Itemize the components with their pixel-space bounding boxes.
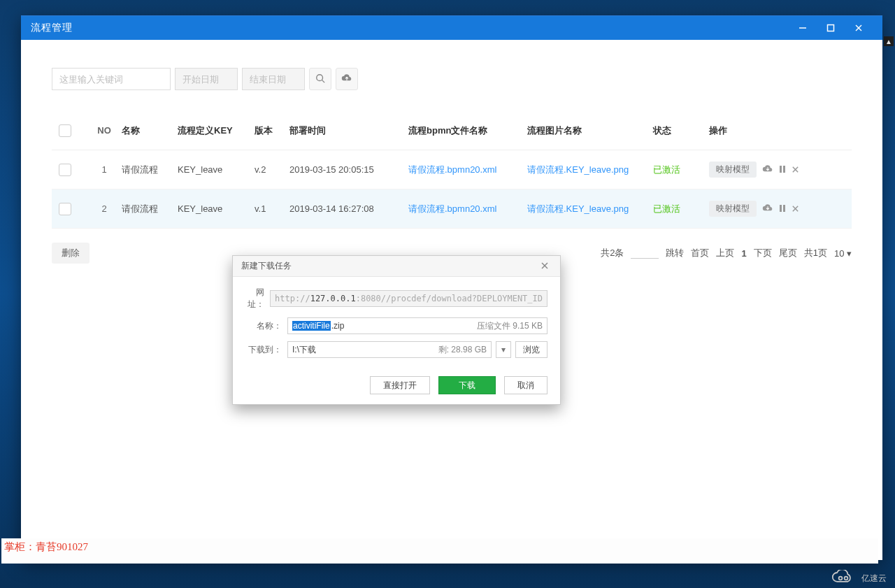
pager-current: 1 [741, 248, 746, 259]
url-label: 网址： [245, 287, 270, 310]
url-rest: :8080//procdef/download?DEPLOYMENT_ID [356, 294, 543, 303]
col-op: 操作 [709, 124, 845, 137]
filename-selected: activitiFile [292, 321, 331, 331]
cloud-download-icon[interactable] [762, 203, 773, 215]
path-dropdown-button[interactable]: ▾ [496, 341, 511, 358]
search-button[interactable] [309, 68, 331, 90]
window-maximize-button[interactable] [817, 16, 845, 40]
pager-first[interactable]: 首页 [691, 247, 709, 259]
col-time: 部署时间 [289, 124, 408, 137]
pager-size-select[interactable]: 10 ▾ [834, 248, 852, 259]
col-name: 名称 [122, 124, 178, 137]
pause-icon[interactable] [779, 164, 786, 175]
url-field[interactable]: http://127.0.0.1:8080//procdef/download?… [270, 290, 547, 307]
cell-name: 请假流程 [122, 164, 178, 176]
map-model-button[interactable]: 映射模型 [709, 162, 757, 178]
process-table: NO 名称 流程定义KEY 版本 部署时间 流程bpmn文件名称 流程图片名称 … [52, 111, 852, 229]
filesize-label: 压缩文件 9.15 KB [477, 320, 543, 332]
cell-name: 请假流程 [122, 203, 178, 215]
window-title: 流程管理 [31, 22, 789, 34]
cancel-button[interactable]: 取消 [504, 376, 547, 394]
path-value: I:\下载 [292, 344, 438, 356]
delete-icon[interactable] [792, 164, 799, 175]
row-checkbox[interactable] [59, 203, 71, 215]
filter-toolbar [52, 68, 852, 90]
image-link[interactable]: 请假流程.KEY_leave.png [527, 203, 629, 214]
url-part: http:// [275, 294, 310, 303]
cloud-download-icon[interactable] [762, 164, 773, 175]
scroll-indicator-up: ▲ [884, 36, 894, 46]
watermark: 亿速云 [829, 570, 887, 587]
path-freespace: 剩: 28.98 GB [438, 344, 487, 356]
cell-time: 2019-03-15 20:05:15 [289, 164, 408, 175]
svg-rect-10 [780, 205, 782, 212]
col-no: NO [87, 125, 122, 136]
window-minimize-button[interactable] [789, 16, 817, 40]
col-stat: 状态 [653, 124, 709, 137]
pause-icon[interactable] [779, 203, 786, 215]
col-key: 流程定义KEY [178, 124, 255, 137]
pager-total: 共2条 [601, 247, 624, 259]
path-label: 下载到： [245, 344, 287, 356]
start-date-input[interactable] [175, 68, 238, 90]
image-link[interactable]: 请假流程.KEY_leave.png [527, 164, 629, 175]
end-date-input[interactable] [242, 68, 305, 90]
path-field[interactable]: I:\下载 剩: 28.98 GB [287, 341, 492, 358]
cell-ver: v.2 [255, 164, 289, 175]
url-host: 127.0.0.1 [310, 294, 356, 303]
cell-ver: v.1 [255, 203, 289, 214]
map-model-button[interactable]: 映射模型 [709, 201, 757, 217]
pager-next[interactable]: 下页 [754, 247, 772, 259]
pagination: 共2条 跳转 首页 上页 1 下页 尾页 共1页 10 ▾ [601, 247, 852, 259]
page-jump-input[interactable] [631, 248, 659, 259]
dialog-footer: 直接打开 下载 取消 [233, 369, 560, 404]
pager-pages: 共1页 [804, 247, 827, 259]
pager-last[interactable]: 尾页 [779, 247, 797, 259]
svg-point-4 [317, 74, 323, 80]
pager-jump[interactable]: 跳转 [666, 247, 684, 259]
bpmn-link[interactable]: 请假流程.bpmn20.xml [408, 164, 496, 175]
upload-button[interactable] [336, 68, 358, 90]
bpmn-link[interactable]: 请假流程.bpmn20.xml [408, 203, 496, 214]
svg-point-17 [845, 577, 848, 580]
svg-point-16 [839, 577, 843, 580]
col-bpmn: 流程bpmn文件名称 [408, 124, 527, 137]
table-header: NO 名称 流程定义KEY 版本 部署时间 流程bpmn文件名称 流程图片名称 … [52, 111, 852, 150]
open-directly-button[interactable]: 直接打开 [370, 376, 430, 394]
download-button[interactable]: 下载 [438, 376, 496, 394]
dialog-close-button[interactable] [538, 261, 552, 272]
cell-key: KEY_leave [178, 164, 255, 175]
col-img: 流程图片名称 [527, 124, 653, 137]
col-ver: 版本 [255, 124, 289, 137]
filename-field[interactable]: activitiFile .zip 压缩文件 9.15 KB [287, 317, 547, 334]
browse-button[interactable]: 浏览 [515, 341, 547, 358]
cell-time: 2019-03-14 16:27:08 [289, 203, 408, 214]
dialog-header: 新建下载任务 [233, 256, 560, 277]
cell-no: 1 [87, 164, 122, 175]
filename-ext: .zip [331, 321, 345, 331]
download-dialog: 新建下载任务 网址： http://127.0.0.1:8080//procde… [232, 255, 561, 405]
delete-icon[interactable] [792, 203, 799, 215]
keyword-input[interactable] [52, 68, 171, 90]
table-row: 1 请假流程 KEY_leave v.2 2019-03-15 20:05:15… [52, 150, 852, 189]
cell-key: KEY_leave [178, 203, 255, 214]
select-all-checkbox[interactable] [59, 124, 71, 137]
table-row: 2 请假流程 KEY_leave v.1 2019-03-14 16:27:08… [52, 189, 852, 229]
batch-delete-button[interactable]: 删除 [52, 243, 90, 264]
pager-prev[interactable]: 上页 [716, 247, 734, 259]
svg-rect-7 [783, 166, 785, 173]
window-close-button[interactable] [845, 16, 873, 40]
status-badge: 已激活 [653, 164, 680, 175]
svg-rect-11 [783, 205, 785, 212]
author-signature: 掌柜：青苔901027 [1, 538, 878, 564]
watermark-text: 亿速云 [861, 573, 887, 585]
search-icon [315, 73, 325, 85]
name-label: 名称： [245, 320, 287, 332]
svg-line-5 [322, 80, 325, 83]
svg-rect-1 [828, 25, 834, 31]
row-checkbox[interactable] [59, 164, 71, 176]
titlebar: 流程管理 [21, 16, 882, 40]
cloud-upload-icon [341, 73, 352, 85]
status-badge: 已激活 [653, 203, 680, 214]
cell-no: 2 [87, 203, 122, 214]
